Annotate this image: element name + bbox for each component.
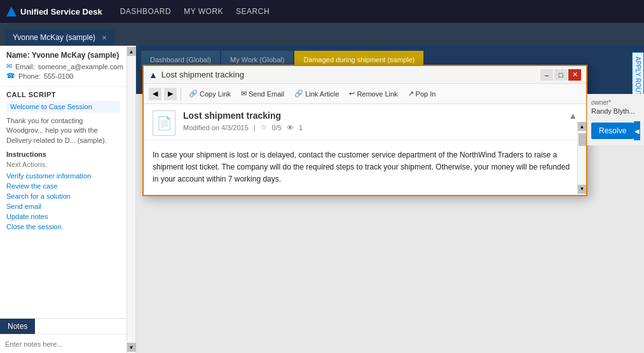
modal-logo-icon: ▲ <box>149 70 158 80</box>
tab-label: Yvonne McKay (sample) <box>13 33 95 42</box>
article-header: 📄 Lost shipment tracking Modified on 4/3… <box>144 104 586 140</box>
article-icon: 📄 <box>153 110 175 136</box>
modal-titlebar: ▲ Lost shipment tracking – □ ✕ <box>144 66 586 84</box>
nav-search[interactable]: SEARCH <box>231 4 275 18</box>
nav-dashboard[interactable]: DASHBOARD <box>115 4 177 18</box>
nav-items: DASHBOARD MY WORK SEARCH <box>115 4 275 18</box>
notes-input[interactable] <box>0 334 127 353</box>
article-title: Lost shipment tracking <box>183 110 561 121</box>
tab-yvonne-mckay[interactable]: Yvonne McKay (sample) ✕ <box>5 29 114 46</box>
action-verify-customer[interactable]: Verify customer information <box>6 171 120 181</box>
next-actions-label: Next Actions: <box>6 161 120 168</box>
article-scroll-up[interactable]: ▲ <box>568 110 577 121</box>
article-body: In case your shipment is lost or is dela… <box>144 140 586 195</box>
welcome-label: Welcome to Case Session <box>6 101 120 112</box>
modal-dialog: ▲ Lost shipment tracking – □ ✕ ◀ ▶ 🔗 Cop… <box>142 65 587 196</box>
resolve-dropdown-button[interactable]: ◀ <box>634 121 640 140</box>
content-area: Dashboard (Global) My Work (Global) Dama… <box>136 46 644 353</box>
copy-link-label: Copy Link <box>200 90 231 98</box>
logo-icon <box>6 6 17 17</box>
owner-label: owner* <box>591 99 640 106</box>
modal-title-left: ▲ Lost shipment tracking <box>149 70 244 80</box>
app-title: Unified Service Desk <box>20 7 102 17</box>
remove-link-icon: ↩ <box>349 90 355 98</box>
contact-info: Name: Yvonne McKay (sample) ✉ Email: som… <box>0 46 127 87</box>
contact-phone: ☎ Phone: 555-0100 <box>6 72 120 80</box>
action-send-email[interactable]: Send email <box>6 201 120 211</box>
modal-scroll-up[interactable]: ▲ <box>578 122 587 131</box>
left-panel: Name: Yvonne McKay (sample) ✉ Email: som… <box>0 46 127 353</box>
send-email-button[interactable]: ✉ Send Email <box>237 88 288 99</box>
owner-resolve-panel: owner* Randy Blyth... Resolve ◀ <box>587 94 644 145</box>
modal-controls: – □ ✕ <box>540 69 581 81</box>
modal-toolbar: ◀ ▶ 🔗 Copy Link ✉ Send Email 🔗 Link Arti… <box>144 84 586 104</box>
modal-scrollbar[interactable]: ▲ ▼ <box>577 122 586 195</box>
instructions-title: Instructions <box>6 150 120 158</box>
app-logo: Unified Service Desk <box>6 6 102 17</box>
action-close-session[interactable]: Close the session <box>6 222 120 232</box>
action-review-case[interactable]: Review the case <box>6 181 120 191</box>
date-separator: | <box>254 124 256 131</box>
pop-in-icon: ↗ <box>408 90 414 98</box>
call-script-section: CALL SCRIPT Welcome to Case Session Than… <box>0 87 127 236</box>
nav-mywork[interactable]: MY WORK <box>179 4 228 18</box>
notes-tab[interactable]: Notes <box>0 319 35 334</box>
tab-close-button[interactable]: ✕ <box>102 34 107 41</box>
contact-name: Name: Yvonne McKay (sample) <box>6 51 120 60</box>
pop-in-button[interactable]: ↗ Pop In <box>404 88 440 99</box>
article-meta: Lost shipment tracking Modified on 4/3/2… <box>183 110 561 131</box>
modal-forward-button[interactable]: ▶ <box>164 88 177 100</box>
owner-value: Randy Blyth... <box>591 107 640 115</box>
article-views: 1 <box>299 124 303 131</box>
modal-maximize-button[interactable]: □ <box>554 69 567 81</box>
modal-back-button[interactable]: ◀ <box>149 88 161 100</box>
remove-link-button[interactable]: ↩ Remove Link <box>345 88 401 99</box>
copy-link-button[interactable]: 🔗 Copy Link <box>185 88 235 99</box>
phone-icon: ☎ <box>6 72 15 80</box>
modal-scroll-thumb[interactable] <box>579 133 586 146</box>
send-email-label: Send Email <box>249 90 284 98</box>
pop-in-label: Pop In <box>416 90 436 98</box>
article-rating: 0/5 <box>272 124 282 131</box>
contact-email: ✉ Email: someone_a@example.com <box>6 62 120 70</box>
modal-title-text: Lost shipment tracking <box>161 70 244 79</box>
script-text: Thank you for contacting Woodgrov... hel… <box>6 116 120 145</box>
phone-label: Phone: <box>18 72 41 80</box>
phone-value: 555-0100 <box>44 72 74 80</box>
article-date: Modified on 4/3/2015 <box>183 124 249 131</box>
main-layout: Name: Yvonne McKay (sample) ✉ Email: som… <box>0 46 644 353</box>
scroll-down-button[interactable]: ▼ <box>127 343 136 352</box>
article-date-row: Modified on 4/3/2015 | ☆ 0/5 👁 1 <box>183 123 561 131</box>
email-label: Email: <box>15 63 35 70</box>
modal-scroll-down[interactable]: ▼ <box>578 185 587 194</box>
action-search-solution[interactable]: Search for a solution <box>6 191 120 201</box>
action-update-notes[interactable]: Update notes <box>6 211 120 222</box>
email-value: someone_a@example.com <box>38 63 123 70</box>
call-script-title: CALL SCRIPT <box>6 91 120 98</box>
link-article-button[interactable]: 🔗 Link Article <box>291 88 343 99</box>
remove-link-label: Remove Link <box>357 90 397 98</box>
star-icon: ☆ <box>261 123 267 131</box>
modal-content: 📄 Lost shipment tracking Modified on 4/3… <box>144 104 586 195</box>
modal-close-button[interactable]: ✕ <box>568 69 581 81</box>
top-navigation: Unified Service Desk DASHBOARD MY WORK S… <box>0 0 644 23</box>
tab-bar: Yvonne McKay (sample) ✕ <box>0 23 644 46</box>
resolve-button[interactable]: Resolve <box>591 123 634 139</box>
copy-link-icon: 🔗 <box>189 90 198 98</box>
email-icon: ✉ <box>6 62 12 70</box>
scroll-up-button[interactable]: ▲ <box>127 47 136 56</box>
notes-section: Notes <box>0 318 127 353</box>
link-article-icon: 🔗 <box>294 90 303 98</box>
link-article-label: Link Article <box>305 90 339 98</box>
send-email-icon: ✉ <box>241 90 247 98</box>
vertical-scroll-area: ▲ ▼ <box>127 46 136 353</box>
view-icon: 👁 <box>287 124 294 131</box>
modal-minimize-button[interactable]: – <box>540 69 553 81</box>
